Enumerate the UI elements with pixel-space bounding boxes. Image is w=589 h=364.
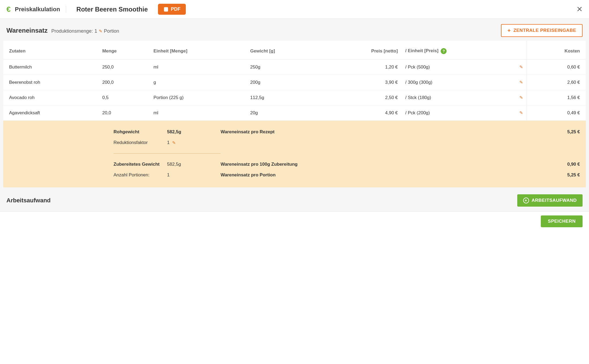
cell-einheit-preis: / 300g (300g)	[402, 75, 516, 90]
reduktion-value: 1	[167, 140, 169, 145]
cell-einheit-preis: / Stck (180g)	[402, 90, 516, 105]
summary-block: Rohgewicht 582,5g Wareneinsatz pro Rezep…	[3, 121, 586, 187]
reduktion-label: Reduktionsfaktor	[114, 140, 167, 145]
recipe-name: Roter Beeren Smoothie	[76, 6, 148, 13]
pencil-icon: ✎	[519, 111, 523, 115]
work-title: Arbeitsaufwand	[6, 197, 51, 204]
table-row: Buttermilch 250,0 ml 250g 1,20 € / Pck (…	[3, 60, 586, 75]
close-button[interactable]: ✕	[576, 6, 583, 13]
cell-kosten: 0,49 €	[527, 105, 586, 121]
cell-menge: 20,0	[99, 105, 150, 121]
zubereitet-label: Zubereitetes Gewicht	[114, 162, 167, 167]
zubereitet-value: 582,5g	[167, 162, 221, 167]
col-einheit-menge: Einheit [Menge]	[150, 41, 246, 60]
edit-row-button[interactable]: ✎	[519, 111, 523, 115]
table-row: Avocado roh 0,5 Portion (225 g) 112,5g 2…	[3, 90, 586, 105]
cell-gewicht: 200g	[247, 75, 322, 90]
module-title: Preiskalkulation	[15, 6, 66, 13]
cell-einheit-preis: / Pck (500g)	[402, 60, 516, 75]
cell-preis: 3,90 €	[322, 75, 401, 90]
pencil-icon: ✎	[99, 29, 102, 33]
cell-einheit: ml	[150, 105, 246, 121]
cell-zutat: Avocado roh	[3, 90, 99, 105]
pencil-icon: ✎	[519, 95, 523, 100]
section-title: Wareneinsatz	[6, 27, 48, 34]
work-button-label: ARBEITSAUFWAND	[532, 198, 577, 203]
edit-reduktion-button[interactable]: ✎	[172, 140, 176, 145]
cell-einheit: g	[150, 75, 246, 90]
save-button[interactable]: SPEICHERN	[541, 215, 583, 227]
cell-gewicht: 20g	[247, 105, 322, 121]
col-edit	[516, 41, 527, 60]
edit-prod-qty-button[interactable]: ✎	[99, 29, 102, 34]
prod-qty-value: 1	[95, 28, 97, 34]
col-menge: Menge	[99, 41, 150, 60]
wareneinsatz-section-bar: Wareneinsatz Produktionsmenge: 1 ✎ Porti…	[0, 19, 589, 41]
cell-gewicht: 112,5g	[247, 90, 322, 105]
close-icon: ✕	[576, 5, 583, 13]
portionen-label: Anzahl Portionen:	[114, 172, 167, 178]
cell-gewicht: 250g	[247, 60, 322, 75]
wareneinsatz-portion-label: Wareneinsatz pro Portion	[221, 172, 532, 178]
cell-zutat: Beerenobst roh	[3, 75, 99, 90]
table-row: Agavendicksaft 20,0 ml 20g 4,90 € / Pck …	[3, 105, 586, 121]
wareneinsatz-rezept-label: Wareneinsatz pro Rezept	[221, 129, 532, 135]
header-bar: € Preiskalkulation Roter Beeren Smoothie…	[0, 0, 589, 19]
pdf-button[interactable]: PDF PDF	[158, 4, 186, 15]
edit-row-button[interactable]: ✎	[519, 65, 523, 69]
svg-text:PDF: PDF	[164, 8, 168, 10]
cell-zutat: Agavendicksaft	[3, 105, 99, 121]
pdf-icon: PDF	[163, 7, 169, 12]
portionen-value: 1	[167, 172, 221, 178]
table-row: Beerenobst roh 200,0 g 200g 3,90 € / 300…	[3, 75, 586, 90]
arbeitsaufwand-section: Arbeitsaufwand + ARBEITSAUFWAND	[0, 187, 589, 211]
wareneinsatz-portion-value: 5,25 €	[532, 172, 580, 178]
add-arbeitsaufwand-button[interactable]: + ARBEITSAUFWAND	[517, 194, 583, 207]
col-einheit-preis-label: / Einheit [Preis]	[405, 48, 439, 53]
help-icon[interactable]: ?	[441, 48, 447, 54]
cell-kosten: 0,60 €	[527, 60, 586, 75]
pencil-icon: ✎	[172, 141, 176, 145]
pdf-label: PDF	[171, 6, 180, 12]
cell-preis: 1,20 €	[322, 60, 401, 75]
cell-einheit: Portion (225 g)	[150, 90, 246, 105]
footer-bar: SPEICHERN	[0, 211, 589, 231]
pencil-icon: ✎	[519, 80, 523, 85]
plus-icon: +	[507, 28, 511, 33]
prod-qty-unit: Portion	[104, 28, 119, 34]
col-gewicht: Gewicht [g]	[247, 41, 322, 60]
wareneinsatz-rezept-value: 5,25 €	[532, 129, 580, 135]
col-zutaten: Zutaten	[3, 41, 99, 60]
cell-kosten: 1,56 €	[527, 90, 586, 105]
cell-preis: 2,50 €	[322, 90, 401, 105]
col-kosten: Kosten	[527, 41, 586, 60]
pencil-icon: ✎	[519, 65, 523, 69]
wareneinsatz-100g-label: Wareneinsatz pro 100g Zubereitung	[221, 162, 532, 167]
cell-kosten: 2,60 €	[527, 75, 586, 90]
plus-circle-icon: +	[523, 198, 529, 203]
cell-einheit: ml	[150, 60, 246, 75]
cell-menge: 200,0	[99, 75, 150, 90]
ingredients-table: Zutaten Menge Einheit [Menge] Gewicht [g…	[3, 41, 586, 121]
col-preis-netto: Preis [netto]	[322, 41, 401, 60]
cell-menge: 0,5	[99, 90, 150, 105]
cell-einheit-preis: / Pck (200g)	[402, 105, 516, 121]
rohgewicht-label: Rohgewicht	[114, 129, 167, 135]
wareneinsatz-100g-value: 0,90 €	[532, 162, 580, 167]
central-price-button[interactable]: + ZENTRALE PREISEINGABE	[501, 24, 583, 37]
prod-qty-label: Produktionsmenge:	[51, 28, 93, 34]
euro-icon: €	[6, 5, 11, 14]
cell-zutat: Buttermilch	[3, 60, 99, 75]
rohgewicht-value: 582,5g	[167, 129, 221, 135]
cell-menge: 250,0	[99, 60, 150, 75]
central-price-label: ZENTRALE PREISEINGABE	[514, 28, 576, 33]
cell-preis: 4,90 €	[322, 105, 401, 121]
col-einheit-preis: / Einheit [Preis] ?	[402, 41, 516, 60]
edit-row-button[interactable]: ✎	[519, 80, 523, 85]
edit-row-button[interactable]: ✎	[519, 95, 523, 100]
